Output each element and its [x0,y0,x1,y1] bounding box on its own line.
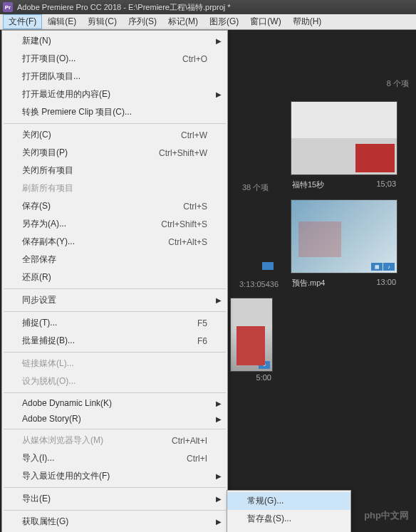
menu-sequence[interactable]: 序列(S) [123,14,162,29]
menu-item-label: 设为脱机(O)... [22,375,222,387]
file-menu-item: 设为脱机(O)... [2,372,227,390]
file-menu-item[interactable]: 全部保存 [2,251,227,268]
submenu-arrow-icon: ▶ [216,400,222,407]
menu-item-label: 导入(I)... [22,452,187,464]
menu-item-label: 关闭项目(P) [22,147,159,159]
menu-item-label: 导入最近使用的文件(F) [22,470,222,482]
menu-edit[interactable]: 编辑(E) [42,14,82,29]
menu-item-shortcut: Ctrl+Shift+W [159,148,222,158]
menu-item-label: 链接媒体(L)... [22,358,222,370]
menu-item-label: 暂存盘(S)... [247,513,345,525]
audio-badge-icon: ♪ [383,263,395,271]
file-menu-item[interactable]: 转换 Premiere Clip 项目(C)... [2,103,227,121]
file-dropdown-menu: 新建(N)▶打开项目(O)...Ctrl+O打开团队项目...打开最近使用的内容… [1,30,228,532]
menu-marker[interactable]: 标记(M) [162,14,204,29]
file-menu-item[interactable]: 关闭所有项目 [2,162,227,179]
menu-help[interactable]: 帮助(H) [287,14,328,29]
menu-graphics[interactable]: 图形(G) [204,14,244,29]
file-menu-item: 刷新所有项目 [2,179,227,197]
menu-separator [4,510,226,511]
menu-item-label: 关闭(C) [22,129,181,141]
menu-item-shortcut: Ctrl+Alt+S [168,237,222,247]
media-thumb-1[interactable]: ≡ [291,101,397,175]
project-settings-submenu-item[interactable]: 常规(G)... [227,492,350,510]
titlebar: Pr Adobe Premiere Pro CC 2018 - E:\Premi… [0,0,416,14]
file-menu-item[interactable]: 捕捉(T)...F5 [2,314,227,332]
menu-item-label: 常规(G)... [247,495,345,507]
file-menu-item[interactable]: 新建(N)▶ [2,32,227,50]
file-menu-item[interactable]: Adobe Story(R)▶ [2,411,227,427]
menu-item-shortcut: F6 [197,336,222,346]
media-thumb-3[interactable]: ≡ [230,298,273,372]
file-menu-item[interactable]: 获取属性(G)▶ [2,513,227,531]
file-menu-item[interactable]: 导入最近使用的文件(F)▶ [2,467,227,485]
audio-badge-icon [262,262,274,270]
menu-item-label: 还原(R) [22,271,222,283]
file-menu-item[interactable]: 导出(E)▶ [2,490,227,508]
timecode-text: 3:13:05436 [239,280,279,288]
menu-item-label: 关闭所有项目 [22,165,222,177]
file-menu-item[interactable]: 打开团队项目... [2,68,227,85]
menu-item-label: 刷新所有项目 [22,182,222,194]
menu-separator [4,352,226,353]
menu-item-label: 打开项目(O)... [22,53,182,65]
file-menu-item[interactable]: 保存(S)Ctrl+S [2,197,227,215]
title-text: Adobe Premiere Pro CC 2018 - E:\Premiere… [17,2,231,13]
menu-item-shortcut: Ctrl+S [183,202,222,212]
file-menu-item[interactable]: Adobe Dynamic Link(K)▶ [2,395,227,411]
menu-separator [4,288,226,289]
file-menu-item[interactable]: 关闭项目(P)Ctrl+Shift+W [2,144,227,162]
mid-item-count: 38 个项 [242,182,269,193]
menu-separator [4,123,226,124]
submenu-arrow-icon: ▶ [216,415,222,423]
thumb-duration: 13:00 [376,278,396,286]
file-menu-item[interactable]: 保存副本(Y)...Ctrl+Alt+S [2,233,227,251]
menu-item-label: Adobe Story(R) [22,414,222,424]
menu-separator [4,311,226,312]
menubar: 文件(F) 编辑(E) 剪辑(C) 序列(S) 标记(M) 图形(G) 窗口(W… [0,14,416,30]
file-menu-item[interactable]: 另存为(A)...Ctrl+Shift+S [2,215,227,233]
menu-item-label: 捕捉(T)... [22,317,197,329]
thumb-duration: 15;03 [376,179,396,188]
file-menu-item[interactable]: 导入(I)...Ctrl+I [2,449,227,467]
menu-item-shortcut: Ctrl+Alt+I [172,436,222,446]
video-badge-icon: ▦ [371,263,383,271]
project-settings-submenu: 常规(G)...暂存盘(S)...收录设置(I)... [227,490,351,532]
menu-file[interactable]: 文件(F) [3,14,42,29]
project-settings-submenu-item[interactable]: 暂存盘(S)... [227,510,350,528]
menu-item-label: 从媒体浏览器导入(M) [22,434,172,447]
menu-item-label: 全部保存 [22,254,222,266]
menu-window[interactable]: 窗口(W) [244,14,286,29]
file-menu-item[interactable]: 打开最近使用的内容(E)▶ [2,85,227,103]
menu-item-label: Adobe Dynamic Link(K) [22,398,222,408]
menu-item-label: 转换 Premiere Clip 项目(C)... [22,106,222,118]
menu-clip[interactable]: 剪辑(C) [82,14,123,29]
file-menu-item[interactable]: 打开项目(O)...Ctrl+O [2,50,227,68]
submenu-arrow-icon: ▶ [216,90,222,98]
menu-item-shortcut: Ctrl+Shift+S [161,219,222,229]
menu-separator [4,392,226,393]
file-menu-item[interactable]: 还原(R) [2,268,227,286]
menu-item-shortcut: Ctrl+O [182,54,222,64]
menu-item-label: 另存为(A)... [22,218,161,230]
watermark: php中文网 [364,509,409,522]
file-menu-item[interactable]: 同步设置▶ [2,291,227,309]
thumb-label: 福特15秒 [292,179,324,190]
menu-item-shortcut: F5 [197,318,222,328]
menu-item-label: 保存(S) [22,200,183,212]
submenu-arrow-icon: ▶ [216,37,222,45]
top-item-count: 8 个项 [387,78,409,89]
menu-item-label: 批量捕捉(B)... [22,335,197,347]
menu-item-shortcut: Ctrl+I [187,454,222,464]
thumb-duration: 5:00 [256,373,271,382]
file-menu-item[interactable]: 关闭(C)Ctrl+W [2,126,227,144]
media-thumb-2[interactable]: ▦ ♪ [291,199,397,273]
menu-separator [4,487,226,488]
menu-item-shortcut: Ctrl+W [181,130,222,140]
thumb-label: 预告.mp4 [292,278,325,288]
menu-item-label: 打开团队项目... [22,71,222,83]
submenu-arrow-icon: ▶ [216,518,222,526]
project-settings-submenu-item[interactable]: 收录设置(I)... [227,528,350,532]
menu-item-label: 打开最近使用的内容(E) [22,88,222,100]
file-menu-item[interactable]: 批量捕捉(B)...F6 [2,332,227,350]
